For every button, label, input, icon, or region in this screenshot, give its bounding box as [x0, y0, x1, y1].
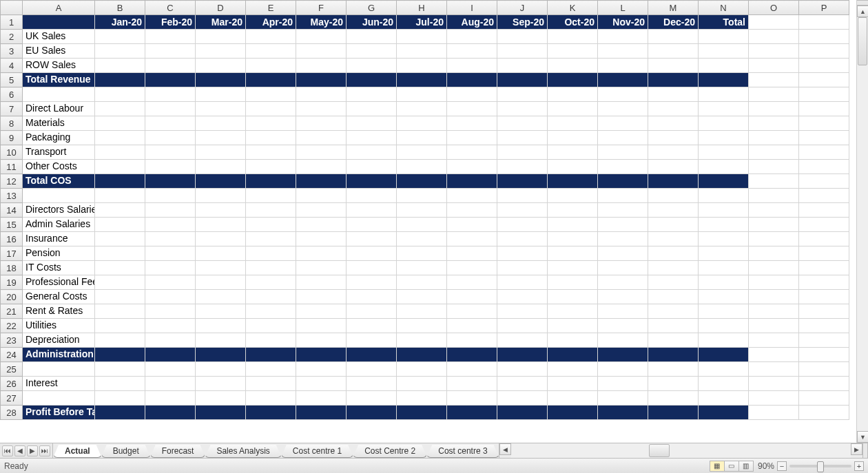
cell-B24[interactable]	[95, 348, 145, 362]
cell-N20[interactable]	[699, 290, 749, 304]
cell-J26[interactable]	[497, 377, 548, 391]
cell-C13[interactable]	[145, 189, 196, 203]
tab-next-button[interactable]: ▶	[27, 445, 38, 456]
zoom-out-button[interactable]: −	[777, 461, 787, 471]
cell-F21[interactable]	[296, 304, 347, 319]
cell-B3[interactable]	[95, 44, 145, 59]
cell-M8[interactable]	[648, 116, 699, 131]
cell-A24[interactable]: Administration Costs	[23, 348, 95, 362]
cell-F23[interactable]	[296, 333, 347, 348]
cell-K26[interactable]	[548, 377, 598, 391]
cell-F7[interactable]	[296, 102, 347, 116]
scroll-down-button[interactable]: ▼	[857, 431, 868, 443]
cell-P22[interactable]	[799, 319, 849, 333]
cell-O15[interactable]	[749, 218, 799, 232]
cell-B7[interactable]	[95, 102, 145, 116]
cell-A2[interactable]: UK Sales	[23, 30, 95, 44]
cell-K13[interactable]	[548, 189, 598, 203]
cell-L10[interactable]	[598, 145, 648, 160]
cell-I8[interactable]	[447, 116, 497, 131]
cell-B15[interactable]	[95, 218, 145, 232]
cell-O25[interactable]	[749, 362, 799, 377]
cell-O16[interactable]	[749, 232, 799, 246]
cell-C14[interactable]	[145, 203, 196, 218]
cell-F20[interactable]	[296, 290, 347, 304]
cell-L28[interactable]	[598, 406, 648, 420]
row-header-3[interactable]: 3	[1, 44, 23, 59]
cell-C1[interactable]: Feb-20	[145, 15, 196, 30]
cell-C27[interactable]	[145, 391, 196, 406]
cell-G25[interactable]	[347, 362, 397, 377]
cell-B10[interactable]	[95, 145, 145, 160]
cell-H15[interactable]	[397, 218, 447, 232]
cell-E10[interactable]	[246, 145, 296, 160]
view-page-break-button[interactable]: ▥	[738, 461, 754, 472]
cell-P12[interactable]	[799, 174, 849, 189]
cell-I16[interactable]	[447, 232, 497, 246]
cell-J24[interactable]	[497, 348, 548, 362]
cell-J22[interactable]	[497, 319, 548, 333]
cell-C6[interactable]	[145, 87, 196, 102]
cell-B16[interactable]	[95, 232, 145, 246]
cell-A9[interactable]: Packaging	[23, 131, 95, 145]
cell-N16[interactable]	[699, 232, 749, 246]
cell-H22[interactable]	[397, 319, 447, 333]
cell-P25[interactable]	[799, 362, 849, 377]
cell-G8[interactable]	[347, 116, 397, 131]
cell-M6[interactable]	[648, 87, 699, 102]
cell-M27[interactable]	[648, 391, 699, 406]
cell-B9[interactable]	[95, 131, 145, 145]
zoom-in-button[interactable]: +	[854, 461, 864, 471]
cell-G10[interactable]	[347, 145, 397, 160]
cell-I26[interactable]	[447, 377, 497, 391]
cell-C12[interactable]	[145, 174, 196, 189]
cell-K6[interactable]	[548, 87, 598, 102]
cell-N24[interactable]	[699, 348, 749, 362]
cell-N22[interactable]	[699, 319, 749, 333]
cell-D19[interactable]	[196, 275, 246, 290]
column-header-B[interactable]: B	[95, 1, 145, 15]
cell-G1[interactable]: Jun-20	[347, 15, 397, 30]
cell-B12[interactable]	[95, 174, 145, 189]
tab-prev-button[interactable]: ◀	[14, 445, 25, 456]
cell-M10[interactable]	[648, 145, 699, 160]
cell-H26[interactable]	[397, 377, 447, 391]
spreadsheet-grid[interactable]: ABCDEFGHIJKLMNOP1Jan-20Feb-20Mar-20Apr-2…	[0, 0, 868, 443]
cell-M9[interactable]	[648, 131, 699, 145]
cell-J21[interactable]	[497, 304, 548, 319]
cell-L7[interactable]	[598, 102, 648, 116]
row-header-24[interactable]: 24	[1, 348, 23, 362]
cell-J12[interactable]	[497, 174, 548, 189]
cell-J15[interactable]	[497, 218, 548, 232]
cell-C22[interactable]	[145, 319, 196, 333]
split-handle-right[interactable]	[862, 443, 868, 458]
cell-G11[interactable]	[347, 160, 397, 174]
cell-E4[interactable]	[246, 59, 296, 73]
cell-O22[interactable]	[749, 319, 799, 333]
cell-D13[interactable]	[196, 189, 246, 203]
cell-N3[interactable]	[699, 44, 749, 59]
cell-O7[interactable]	[749, 102, 799, 116]
cell-C23[interactable]	[145, 333, 196, 348]
cell-G17[interactable]	[347, 246, 397, 261]
cell-N9[interactable]	[699, 131, 749, 145]
cell-N2[interactable]	[699, 30, 749, 44]
cell-M17[interactable]	[648, 246, 699, 261]
cell-A15[interactable]: Admin Salaries	[23, 218, 95, 232]
cell-A6[interactable]	[23, 87, 95, 102]
cell-N18[interactable]	[699, 261, 749, 275]
cell-I28[interactable]	[447, 406, 497, 420]
cell-M5[interactable]	[648, 73, 699, 87]
cell-O27[interactable]	[749, 391, 799, 406]
scroll-right-button[interactable]: ▶	[851, 443, 862, 455]
cell-J17[interactable]	[497, 246, 548, 261]
cell-C19[interactable]	[145, 275, 196, 290]
cell-I17[interactable]	[447, 246, 497, 261]
cell-C24[interactable]	[145, 348, 196, 362]
cell-J9[interactable]	[497, 131, 548, 145]
cell-M25[interactable]	[648, 362, 699, 377]
row-header-17[interactable]: 17	[1, 246, 23, 261]
cell-G5[interactable]	[347, 73, 397, 87]
cell-F6[interactable]	[296, 87, 347, 102]
cell-B4[interactable]	[95, 59, 145, 73]
